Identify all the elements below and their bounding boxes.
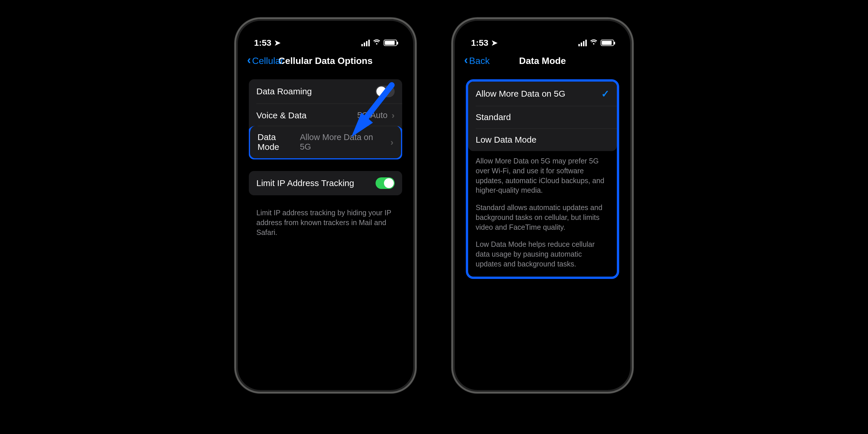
row-data-roaming[interactable]: Data Roaming xyxy=(249,79,402,103)
settings-group-data-mode: Allow More Data on 5G ✓ Standard Low Dat… xyxy=(468,82,617,151)
row-limit-ip-tracking[interactable]: Limit IP Address Tracking xyxy=(249,171,402,195)
nav-header: ‹ Cellular Cellular Data Options xyxy=(241,50,410,71)
option-standard[interactable]: Standard xyxy=(468,106,617,128)
power-button xyxy=(416,132,416,181)
toggle-data-roaming[interactable] xyxy=(376,86,395,97)
chevron-left-icon: ‹ xyxy=(464,56,468,66)
volume-up-button xyxy=(452,123,452,155)
back-button[interactable]: ‹ Cellular xyxy=(247,56,283,66)
status-time: 1:53 xyxy=(471,38,488,48)
screen-data-mode: 1:53 ➤ ‹ Back Data Mode All xyxy=(458,24,627,386)
location-icon: ➤ xyxy=(491,38,498,48)
phone-left: 1:53 ➤ ‹ Cellular Cellular Data Options xyxy=(235,18,416,394)
settings-group-tracking: Limit IP Address Tracking xyxy=(249,171,402,195)
battery-icon xyxy=(601,40,614,46)
screen-cellular-data-options: 1:53 ➤ ‹ Cellular Cellular Data Options xyxy=(241,24,410,386)
row-voice-data[interactable]: Voice & Data 5G Auto › xyxy=(249,103,402,127)
checkmark-icon: ✓ xyxy=(601,88,609,99)
back-label: Back xyxy=(469,56,490,66)
volume-up-button xyxy=(235,123,235,155)
volume-down-button xyxy=(235,164,235,195)
row-data-mode[interactable]: Data Mode Allow More Data on 5G › xyxy=(249,126,402,159)
location-icon: ➤ xyxy=(274,38,281,48)
chevron-left-icon: ‹ xyxy=(247,56,251,66)
chevron-right-icon: › xyxy=(390,137,394,148)
status-bar: 1:53 ➤ xyxy=(241,24,410,50)
footer-text: Limit IP address tracking by hiding your… xyxy=(249,207,402,237)
row-label: Data Roaming xyxy=(256,87,312,96)
back-label: Cellular xyxy=(252,56,283,66)
power-button xyxy=(633,132,633,181)
row-value: 5G Auto xyxy=(357,111,388,120)
wifi-icon xyxy=(590,38,598,48)
toggle-limit-ip-tracking[interactable] xyxy=(376,177,395,189)
row-label: Voice & Data xyxy=(256,111,306,120)
row-label: Data Mode xyxy=(257,132,300,152)
battery-icon xyxy=(384,40,397,46)
row-label: Limit IP Address Tracking xyxy=(256,178,354,188)
option-label: Low Data Mode xyxy=(476,135,536,145)
wifi-icon xyxy=(373,38,381,48)
phone-right: 1:53 ➤ ‹ Back Data Mode All xyxy=(452,18,633,394)
option-label: Standard xyxy=(476,112,511,122)
mute-switch xyxy=(235,94,235,112)
option-low-data-mode[interactable]: Low Data Mode xyxy=(468,128,617,151)
volume-down-button xyxy=(452,164,452,195)
nav-header: ‹ Back Data Mode xyxy=(458,50,627,71)
row-value: Allow More Data on 5G xyxy=(300,132,386,152)
status-bar: 1:53 ➤ xyxy=(458,24,627,50)
settings-group-cellular: Data Roaming Voice & Data 5G Auto › Data… xyxy=(249,79,402,159)
option-allow-more-5g[interactable]: Allow More Data on 5G ✓ xyxy=(468,82,617,106)
highlight-box: Allow More Data on 5G ✓ Standard Low Dat… xyxy=(466,79,619,279)
footer-text: Allow More Data on 5G may prefer 5G over… xyxy=(468,151,617,269)
cellular-signal-icon xyxy=(361,40,370,46)
option-label: Allow More Data on 5G xyxy=(476,89,565,99)
back-button[interactable]: ‹ Back xyxy=(464,56,490,66)
chevron-right-icon: › xyxy=(392,110,395,121)
mute-switch xyxy=(452,94,452,112)
cellular-signal-icon xyxy=(578,40,587,46)
status-time: 1:53 xyxy=(254,38,271,48)
